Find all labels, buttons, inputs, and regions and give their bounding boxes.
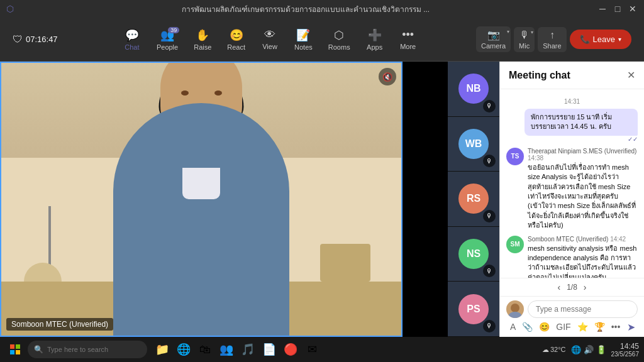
format-button[interactable]: A <box>509 321 517 333</box>
temperature-indicator: ☁ 32°C <box>542 346 566 354</box>
shield-icon: 🛡 <box>13 34 23 45</box>
chat-toolbar: A 📎 😊 GIF ⭐ 🏆 ••• ➤ <box>506 321 638 333</box>
raise-button[interactable]: ✋ Raise <box>187 26 218 53</box>
thumbnail-rs[interactable]: RS 🎙 <box>448 172 499 227</box>
camera-button[interactable]: 📷 Camera ▾ <box>476 26 511 52</box>
taskbar-app-mail[interactable]: ✉ <box>302 339 322 359</box>
raise-label: Raise <box>194 43 211 51</box>
sticker-button[interactable]: ⭐ <box>576 321 589 333</box>
taskbar-search-box[interactable]: 🔍 <box>28 341 147 358</box>
taskbar-app-music[interactable]: 🎵 <box>238 339 258 359</box>
view-button[interactable]: 👁 View <box>255 26 285 53</box>
avatar-rs: RS <box>458 184 489 214</box>
share-button[interactable]: ↑ Share <box>538 27 566 52</box>
gif-button[interactable]: GIF <box>555 321 572 333</box>
taskbar-clock[interactable]: 14:45 23/5/2567 <box>611 342 640 358</box>
chat-tool-icons: A 📎 😊 GIF ⭐ 🏆 ••• <box>509 321 621 333</box>
thumbnail-ps[interactable]: PS 🎙 <box>448 282 499 337</box>
chat-title: Meeting chat <box>509 70 570 81</box>
message-bubble-right-1: พักการบรรยาย 15 นาที เริ่มบรรยายเวลา 14.… <box>525 109 638 136</box>
taskbar-app-pdf[interactable]: 📄 <box>259 339 279 359</box>
minimize-button[interactable]: ─ <box>597 4 608 14</box>
time-divider: 14:31 <box>506 98 638 105</box>
taskbar-search-input[interactable] <box>47 346 141 353</box>
video-mute-icon: 🔇 <box>379 68 396 85</box>
mic-button[interactable]: 🎙 Mic ▾ <box>514 27 535 52</box>
next-page-button[interactable]: › <box>584 282 587 292</box>
mute-icon-nb: 🎙 <box>483 100 496 112</box>
thumbnail-nb[interactable]: NB 🎙 <box>448 62 499 117</box>
react-button[interactable]: 😊 React <box>221 26 252 53</box>
mic-chevron-icon: ▾ <box>531 30 533 35</box>
taskbar-app-edge[interactable]: 🌐 <box>174 339 194 359</box>
thumbnail-wb[interactable]: WB 🎙 <box>448 117 499 172</box>
phone-icon: 📞 <box>580 35 590 44</box>
clock-time: 14:45 <box>611 342 640 351</box>
svg-point-1 <box>508 312 522 318</box>
notes-button[interactable]: 📝 Notes <box>288 26 319 53</box>
camera-off-icon: 📷 <box>487 29 500 41</box>
battery-icon[interactable]: 🔋 <box>596 345 606 354</box>
people-button[interactable]: 👥 People 39 <box>150 26 184 53</box>
chat-input-area: A 📎 😊 GIF ⭐ 🏆 ••• ➤ <box>500 296 644 337</box>
message-sm: SM Somboon MTEC (Unverified) 14:42 mesh … <box>506 236 638 278</box>
leave-button[interactable]: 📞 Leave ▾ <box>570 30 631 49</box>
chat-close-button[interactable]: ✕ <box>627 69 635 81</box>
attach-button[interactable]: 📎 <box>521 321 534 333</box>
shirt-collar <box>182 168 220 199</box>
maximize-button[interactable]: □ <box>613 4 623 14</box>
avatar-ns: NS <box>458 239 489 269</box>
more-icon: ••• <box>402 28 414 41</box>
react-label: React <box>227 43 245 51</box>
network-icon[interactable]: 🌐 <box>571 345 581 354</box>
mute-icon-rs: 🎙 <box>483 210 496 222</box>
emoji-button[interactable]: 😊 <box>538 321 551 333</box>
message-right-1: พักการบรรยาย 15 นาที เริ่มบรรยายเวลา 14.… <box>506 109 638 143</box>
chat-label: Chat <box>125 43 139 51</box>
taskbar: 🔍 📁 🌐 🛍 👥 🎵 📄 🔴 ✉ ☁ 32°C 🌐 🔊 🔋 14:45 23/… <box>0 337 644 362</box>
taskbar-app-store[interactable]: 🛍 <box>195 339 215 359</box>
volume-icon[interactable]: 🔊 <box>584 345 594 354</box>
chat-pagination: ‹ 1/8 › <box>500 278 644 296</box>
mute-icon-ps: 🎙 <box>483 320 496 332</box>
apps-button[interactable]: ➕ Apps <box>360 26 390 53</box>
prev-page-button[interactable]: ‹ <box>557 282 560 292</box>
view-icon: 👁 <box>264 28 275 41</box>
my-avatar <box>506 300 524 318</box>
msg-text-sm: mesh sensitivity analysis หรือ mesh inde… <box>528 244 638 278</box>
chat-messages: 14:31 พักการบรรยาย 15 นาที เริ่มบรรยายเว… <box>500 89 644 278</box>
avatar-nb: NB <box>458 74 489 104</box>
msg-time-ts: 14:38 <box>528 155 543 162</box>
rooms-button[interactable]: ⬡ Rooms <box>322 26 357 53</box>
video-background <box>0 62 402 337</box>
avatar-wb: WB <box>458 129 489 159</box>
more-label: More <box>400 43 416 50</box>
chair <box>320 244 370 282</box>
people-label: People <box>157 43 178 51</box>
chat-message-input[interactable] <box>528 300 638 318</box>
video-area: Somboon MTEC (Unverified) 🔇 <box>0 62 448 337</box>
sender-ts: Theerapat Ninpiam S.MES (Unverified) 14:… <box>528 148 638 162</box>
avatar-ts: TS <box>506 148 524 165</box>
close-button[interactable]: ✕ <box>628 4 638 14</box>
thumbnail-ns[interactable]: NS 🎙 <box>448 227 499 282</box>
taskbar-apps: 📁 🌐 🛍 👥 🎵 📄 🔴 ✉ <box>152 339 322 359</box>
more-button[interactable]: ••• More <box>393 26 423 53</box>
message-ts: TS Theerapat Ninpiam S.MES (Unverified) … <box>506 148 638 231</box>
taskbar-app-teams[interactable]: 👥 <box>216 339 236 359</box>
avatar-image <box>506 300 524 318</box>
chat-button[interactable]: 💬 Chat <box>117 26 147 53</box>
taskbar-app-chrome[interactable]: 🔴 <box>280 339 301 359</box>
search-icon: 🔍 <box>34 345 43 354</box>
more-options-button[interactable]: ••• <box>610 321 622 333</box>
send-button[interactable]: ➤ <box>627 321 635 333</box>
praise-button[interactable]: 🏆 <box>593 321 606 333</box>
taskbar-app-file-explorer[interactable]: 📁 <box>152 339 172 359</box>
window-title: การพัฒนาผลิตภัณฑ์เกษตรกรรมด้วยการออกแบบแ… <box>14 3 597 15</box>
react-icon: 😊 <box>230 28 243 42</box>
clock-date: 23/5/2567 <box>611 351 640 358</box>
mic-icon: 🎙 <box>519 30 530 41</box>
left-eye <box>181 90 189 96</box>
start-button[interactable] <box>5 339 25 359</box>
camera-chevron-icon: ▾ <box>507 29 509 35</box>
